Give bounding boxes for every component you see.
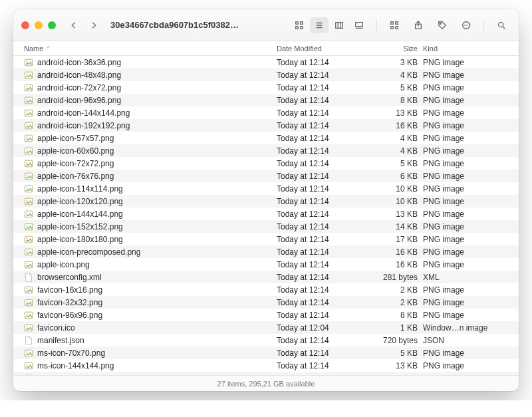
file-row[interactable]: android-icon-48x48.pngToday at 12:144 KB… bbox=[13, 69, 519, 81]
share-button[interactable] bbox=[409, 17, 428, 33]
group-by-button[interactable] bbox=[385, 17, 404, 33]
file-name: android-icon-192x192.png bbox=[37, 121, 130, 130]
svg-line-23 bbox=[503, 26, 505, 29]
svg-point-17 bbox=[440, 23, 442, 24]
file-row[interactable]: favicon-96x96.pngToday at 12:148 KBPNG i… bbox=[13, 309, 519, 321]
file-row[interactable]: android-icon-144x144.pngToday at 12:1413… bbox=[13, 106, 519, 119]
file-row[interactable]: apple-icon-144x144.pngToday at 12:1413 K… bbox=[13, 208, 519, 220]
column-header-name[interactable]: Name ⌃ bbox=[24, 45, 277, 53]
svg-rect-10 bbox=[356, 22, 363, 26]
status-text: 27 items, 295,21 GB available bbox=[217, 380, 315, 388]
svg-rect-15 bbox=[396, 26, 398, 29]
file-name: apple-icon-114x114.png bbox=[37, 184, 123, 194]
file-row[interactable]: browserconfig.xmlToday at 12:14281 bytes… bbox=[13, 271, 519, 283]
back-button[interactable] bbox=[66, 18, 81, 33]
file-size: 10 KB bbox=[370, 184, 423, 194]
file-row[interactable]: apple-icon-57x57.pngToday at 12:144 KBPN… bbox=[13, 132, 519, 144]
file-kind: PNG image bbox=[423, 172, 508, 181]
image-file-icon bbox=[24, 298, 33, 307]
file-row[interactable]: apple-icon-114x114.pngToday at 12:1410 K… bbox=[13, 182, 519, 195]
file-kind: PNG image bbox=[423, 184, 508, 194]
svg-point-61 bbox=[26, 301, 27, 302]
file-kind: PNG image bbox=[423, 235, 508, 244]
file-row[interactable]: ms-icon-150x150.pngToday at 12:1413 KBPN… bbox=[13, 372, 519, 375]
view-list-button[interactable] bbox=[310, 17, 329, 33]
tags-button[interactable] bbox=[433, 17, 452, 33]
column-header-date[interactable]: Date Modified bbox=[277, 45, 370, 53]
file-date: Today at 12:14 bbox=[277, 273, 370, 282]
file-row[interactable]: apple-icon-152x152.pngToday at 12:1414 K… bbox=[13, 220, 519, 233]
svg-rect-14 bbox=[391, 26, 394, 29]
view-columns-button[interactable] bbox=[330, 17, 348, 33]
file-date: Today at 12:14 bbox=[277, 197, 370, 206]
svg-rect-1 bbox=[301, 21, 303, 24]
file-kind: PNG image bbox=[423, 83, 508, 92]
file-row[interactable]: apple-icon-72x72.pngToday at 12:145 KBPN… bbox=[13, 157, 519, 170]
file-date: Today at 12:14 bbox=[277, 159, 370, 168]
file-date: Today at 12:14 bbox=[277, 172, 370, 181]
file-size: 13 KB bbox=[370, 108, 423, 118]
file-row[interactable]: favicon-16x16.pngToday at 12:142 KBPNG i… bbox=[13, 283, 519, 296]
file-row[interactable]: manifest.jsonToday at 12:14720 bytesJSON bbox=[13, 334, 519, 347]
image-file-icon bbox=[24, 247, 33, 257]
image-file-icon bbox=[24, 209, 33, 219]
file-date: Today at 12:14 bbox=[277, 108, 370, 118]
file-row[interactable]: android-icon-96x96.pngToday at 12:148 KB… bbox=[13, 94, 519, 106]
file-row[interactable]: apple-icon-120x120.pngToday at 12:1410 K… bbox=[13, 195, 519, 208]
file-name: apple-icon-precomposed.png bbox=[37, 247, 140, 257]
search-button[interactable] bbox=[492, 17, 511, 33]
file-kind: Window…n image bbox=[423, 323, 508, 333]
file-name: browserconfig.xml bbox=[37, 273, 102, 282]
file-name: ms-icon-70x70.png bbox=[37, 348, 105, 358]
file-row[interactable]: apple-icon-precomposed.pngToday at 12:14… bbox=[13, 245, 519, 258]
view-icons-button[interactable] bbox=[290, 17, 309, 33]
svg-point-57 bbox=[26, 263, 27, 264]
file-row[interactable]: android-icon-36x36.pngToday at 12:143 KB… bbox=[13, 56, 519, 69]
view-gallery-button[interactable] bbox=[350, 17, 368, 33]
file-row[interactable]: ms-icon-70x70.pngToday at 12:145 KBPNG i… bbox=[13, 347, 519, 359]
svg-point-35 bbox=[26, 124, 27, 125]
file-name: apple-icon.png bbox=[37, 260, 90, 269]
forward-button[interactable] bbox=[86, 18, 101, 33]
file-date: Today at 12:14 bbox=[277, 58, 370, 67]
file-row[interactable]: apple-icon-180x180.pngToday at 12:1417 K… bbox=[13, 233, 519, 245]
image-file-icon bbox=[24, 108, 33, 118]
close-window-button[interactable] bbox=[21, 21, 29, 29]
file-row[interactable]: android-icon-192x192.pngToday at 12:1416… bbox=[13, 119, 519, 132]
file-row[interactable]: apple-icon-60x60.pngToday at 12:144 KBPN… bbox=[13, 144, 519, 157]
file-name: manifest.json bbox=[37, 336, 84, 345]
svg-point-51 bbox=[26, 225, 27, 226]
svg-point-43 bbox=[26, 174, 27, 176]
file-date: Today at 12:14 bbox=[277, 235, 370, 244]
file-row[interactable]: apple-icon-76x76.pngToday at 12:146 KBPN… bbox=[13, 170, 519, 182]
file-row[interactable]: favicon.icoToday at 12:041 KBWindow…n im… bbox=[13, 321, 519, 334]
file-size: 8 KB bbox=[370, 96, 423, 105]
svg-point-33 bbox=[26, 111, 27, 112]
file-name: ms-icon-144x144.png bbox=[37, 361, 114, 370]
svg-point-49 bbox=[26, 212, 27, 213]
svg-point-21 bbox=[467, 25, 467, 25]
file-row[interactable]: ms-icon-144x144.pngToday at 12:1413 KBPN… bbox=[13, 359, 519, 372]
file-row[interactable]: apple-icon.pngToday at 12:1416 KBPNG ima… bbox=[13, 258, 519, 271]
more-actions-button[interactable] bbox=[457, 17, 475, 33]
file-kind: PNG image bbox=[423, 134, 508, 143]
zoom-window-button[interactable] bbox=[48, 21, 56, 29]
file-date: Today at 12:14 bbox=[277, 336, 370, 345]
file-row[interactable]: android-icon-72x72.pngToday at 12:145 KB… bbox=[13, 81, 519, 94]
file-kind: PNG image bbox=[423, 374, 508, 376]
svg-point-55 bbox=[26, 250, 27, 251]
file-row[interactable]: favicon-32x32.pngToday at 12:142 KBPNG i… bbox=[13, 296, 519, 309]
file-kind: XML bbox=[423, 273, 508, 282]
column-header-kind[interactable]: Kind bbox=[423, 45, 508, 53]
file-date: Today at 12:04 bbox=[277, 323, 370, 333]
image-file-icon bbox=[24, 70, 33, 80]
window-title: 30e34667cbda9607b1c5f0382c0… bbox=[110, 20, 243, 30]
column-header-size[interactable]: Size bbox=[370, 45, 423, 53]
file-date: Today at 12:14 bbox=[277, 348, 370, 358]
file-size: 13 KB bbox=[370, 374, 423, 376]
file-name: favicon-32x32.png bbox=[37, 298, 102, 307]
svg-point-29 bbox=[26, 86, 27, 87]
minimize-window-button[interactable] bbox=[35, 21, 43, 29]
file-date: Today at 12:14 bbox=[277, 146, 370, 156]
file-kind: PNG image bbox=[423, 121, 508, 130]
